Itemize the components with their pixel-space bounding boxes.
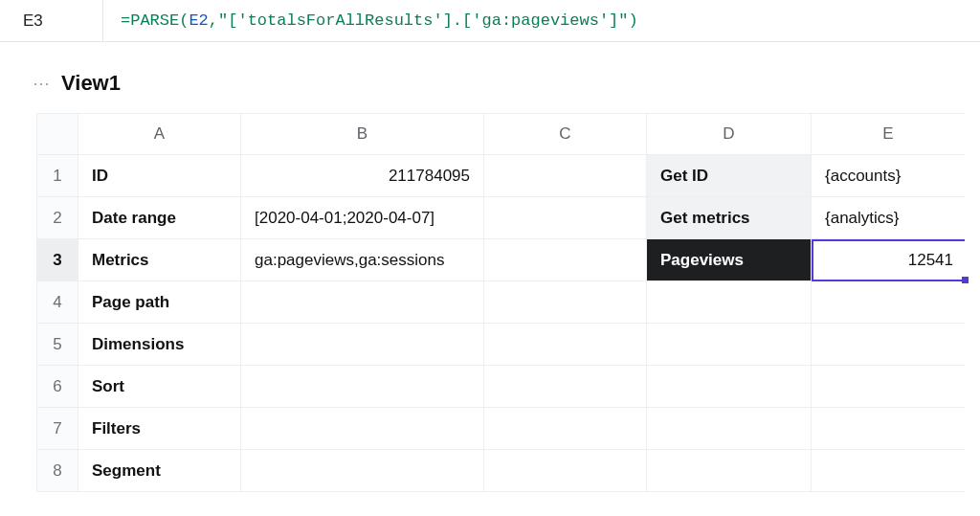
cell-B6[interactable] bbox=[241, 366, 484, 408]
col-header-C[interactable]: C bbox=[484, 113, 647, 155]
formula-func: PARSE bbox=[130, 11, 179, 30]
cell-D1[interactable]: Get ID bbox=[647, 155, 812, 197]
cell-B5[interactable] bbox=[241, 324, 484, 366]
row-header-5[interactable]: 5 bbox=[36, 324, 78, 366]
cell-A8[interactable]: Segment bbox=[78, 450, 241, 492]
cell-C2[interactable] bbox=[484, 197, 647, 239]
table-row: 3 Metrics ga:pageviews,ga:sessions Pagev… bbox=[36, 239, 965, 281]
spreadsheet-grid[interactable]: A B C D E 1 ID 211784095 Get ID {account… bbox=[36, 113, 965, 492]
cell-C5[interactable] bbox=[484, 324, 647, 366]
cell-C4[interactable] bbox=[484, 281, 647, 324]
cell-E6[interactable] bbox=[812, 366, 965, 408]
cell-A7[interactable]: Filters bbox=[78, 408, 241, 450]
row-header-6[interactable]: 6 bbox=[36, 366, 78, 408]
table-row: 7 Filters bbox=[36, 408, 965, 450]
cell-D2[interactable]: Get metrics bbox=[647, 197, 812, 239]
cell-E3[interactable]: 12541 bbox=[812, 239, 965, 281]
cell-E4[interactable] bbox=[812, 281, 965, 324]
col-header-E[interactable]: E bbox=[812, 113, 965, 155]
cell-reference-box[interactable]: E3 bbox=[0, 0, 103, 41]
cell-B3[interactable]: ga:pageviews,ga:sessions bbox=[241, 239, 484, 281]
row-header-1[interactable]: 1 bbox=[36, 155, 78, 197]
cell-reference-text: E3 bbox=[23, 11, 43, 31]
cell-D5[interactable] bbox=[647, 324, 812, 366]
cell-A3[interactable]: Metrics bbox=[78, 239, 241, 281]
table-row: 5 Dimensions bbox=[36, 324, 965, 366]
cell-B8[interactable] bbox=[241, 450, 484, 492]
cell-B2[interactable]: [2020-04-01;2020-04-07] bbox=[241, 197, 484, 239]
cell-A2[interactable]: Date range bbox=[78, 197, 241, 239]
cell-D3[interactable]: Pageviews bbox=[647, 239, 812, 281]
cell-E7[interactable] bbox=[812, 408, 965, 450]
formula-arg-cell: E2 bbox=[189, 11, 208, 30]
cell-D7[interactable] bbox=[647, 408, 812, 450]
col-header-A[interactable]: A bbox=[78, 113, 241, 155]
table-row: 1 ID 211784095 Get ID {accounts} bbox=[36, 155, 965, 197]
cell-B1[interactable]: 211784095 bbox=[241, 155, 484, 197]
cell-C3[interactable] bbox=[484, 239, 647, 281]
cell-A6[interactable]: Sort bbox=[78, 366, 241, 408]
row-header-7[interactable]: 7 bbox=[36, 408, 78, 450]
cell-E1[interactable]: {accounts} bbox=[812, 155, 965, 197]
row-header-3[interactable]: 3 bbox=[36, 239, 78, 281]
cell-B4[interactable] bbox=[241, 281, 484, 324]
cell-B7[interactable] bbox=[241, 408, 484, 450]
row-header-2[interactable]: 2 bbox=[36, 197, 78, 239]
row-header-8[interactable]: 8 bbox=[36, 450, 78, 492]
table-row: 2 Date range [2020-04-01;2020-04-07] Get… bbox=[36, 197, 965, 239]
formula-arg-string: "['totalsForAllResults'].['ga:pageviews'… bbox=[218, 11, 628, 30]
grid-corner[interactable] bbox=[36, 113, 78, 155]
formula-open: ( bbox=[179, 11, 189, 30]
cell-E8[interactable] bbox=[812, 450, 965, 492]
col-header-B[interactable]: B bbox=[241, 113, 484, 155]
more-options-icon[interactable]: ⋯ bbox=[33, 75, 50, 92]
formula-eq: = bbox=[121, 11, 130, 30]
col-header-D[interactable]: D bbox=[647, 113, 812, 155]
table-row: 4 Page path bbox=[36, 281, 965, 324]
cell-E2[interactable]: {analytics} bbox=[812, 197, 965, 239]
cell-A4[interactable]: Page path bbox=[78, 281, 241, 324]
table-row: 8 Segment bbox=[36, 450, 965, 492]
row-header-4[interactable]: 4 bbox=[36, 281, 78, 324]
cell-C6[interactable] bbox=[484, 366, 647, 408]
cell-C8[interactable] bbox=[484, 450, 647, 492]
formula-bar: E3 =PARSE(E2,"['totalsForAllResults'].['… bbox=[0, 0, 980, 42]
cell-A1[interactable]: ID bbox=[78, 155, 241, 197]
formula-input[interactable]: =PARSE(E2,"['totalsForAllResults'].['ga:… bbox=[103, 0, 980, 41]
sheet-area: ⋯ View1 A B C D E 1 ID 211784095 Get ID … bbox=[0, 42, 980, 492]
sheet-title-row: ⋯ View1 bbox=[33, 71, 980, 96]
sheet-name[interactable]: View1 bbox=[61, 71, 121, 96]
cell-C1[interactable] bbox=[484, 155, 647, 197]
cell-D8[interactable] bbox=[647, 450, 812, 492]
formula-close: ) bbox=[629, 11, 638, 30]
table-row: 6 Sort bbox=[36, 366, 965, 408]
cell-A5[interactable]: Dimensions bbox=[78, 324, 241, 366]
cell-C7[interactable] bbox=[484, 408, 647, 450]
cell-E5[interactable] bbox=[812, 324, 965, 366]
cell-D6[interactable] bbox=[647, 366, 812, 408]
formula-comma: , bbox=[209, 11, 218, 30]
cell-D4[interactable] bbox=[647, 281, 812, 324]
